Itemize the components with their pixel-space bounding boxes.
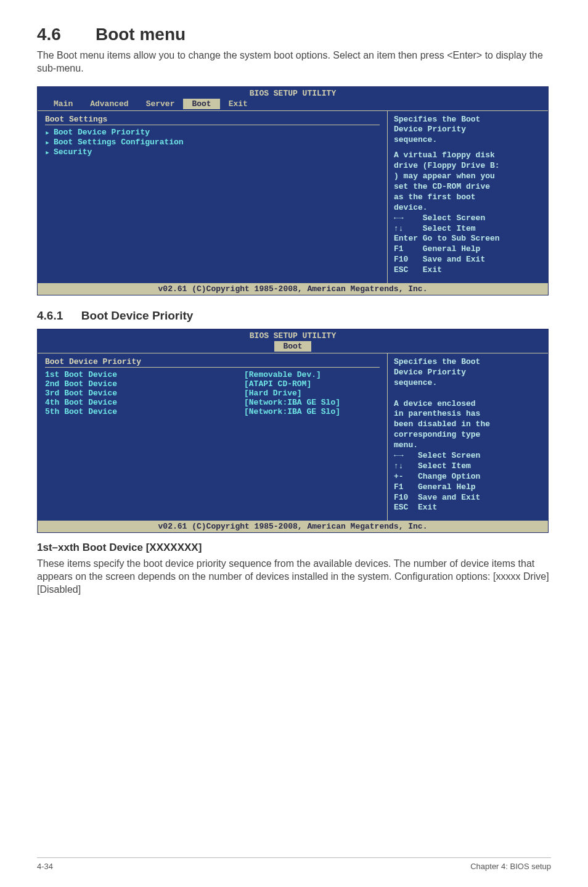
- menu-item[interactable]: ▸Boot Settings Configuration: [45, 138, 380, 147]
- bios-key-legend: ←→ Select Screen ↑↓ Select Item Enter Go…: [394, 213, 542, 276]
- tab-boot[interactable]: Boot: [274, 341, 311, 352]
- bios-pane-heading: Boot Settings: [45, 115, 380, 124]
- menu-item-label: Boot Settings Configuration: [54, 138, 380, 147]
- boot-device-label: 4th Boot Device: [45, 398, 244, 407]
- boot-device-row[interactable]: 5th Boot Device[Network:IBA GE Slo]: [45, 407, 380, 416]
- submenu-arrow-icon: ▸: [45, 128, 54, 138]
- bios-help-title: Specifies the Boot Device Priority seque…: [394, 115, 542, 146]
- menu-item-label: Security: [54, 147, 380, 157]
- bios-panel-boot-menu: BIOS SETUP UTILITY MainAdvancedServerBoo…: [37, 86, 549, 295]
- section-description: The Boot menu items allow you to change …: [37, 49, 551, 75]
- tab-server[interactable]: Server: [137, 99, 184, 109]
- boot-device-row[interactable]: 3rd Boot Device[Hard Drive]: [45, 389, 380, 398]
- bios-title: BIOS SETUP UTILITY: [38, 329, 548, 341]
- boot-device-value: [Network:IBA GE Slo]: [244, 398, 380, 407]
- menu-item[interactable]: ▸Boot Device Priority: [45, 128, 380, 138]
- bios-title: BIOS SETUP UTILITY: [38, 87, 548, 99]
- boot-device-label: 5th Boot Device: [45, 407, 244, 416]
- subsection-title: Boot Device Priority: [81, 309, 194, 322]
- boot-device-row[interactable]: 2nd Boot Device[ATAPI CD-ROM]: [45, 379, 380, 389]
- subsection-heading: 4.6.1 Boot Device Priority: [37, 309, 551, 323]
- tab-exit[interactable]: Exit: [220, 99, 256, 109]
- chapter-label: Chapter 4: BIOS setup: [470, 862, 551, 871]
- tab-advanced[interactable]: Advanced: [81, 99, 137, 109]
- boot-device-value: [Hard Drive]: [244, 389, 380, 398]
- bios-help-body: A virtual floppy disk drive (Floppy Driv…: [394, 151, 542, 213]
- subsection-number: 4.6.1: [37, 309, 63, 322]
- bios-tabbar: MainAdvancedServerBootExit: [38, 99, 548, 110]
- bios-tabbar: Boot: [38, 341, 548, 353]
- bios-key-legend: ←→ Select Screen ↑↓ Select Item +- Chang…: [394, 451, 542, 513]
- bios-help-text: Specifies the Boot Device Priority seque…: [394, 357, 542, 451]
- boot-device-row[interactable]: 4th Boot Device[Network:IBA GE Slo]: [45, 398, 380, 407]
- boot-device-value: [ATAPI CD-ROM]: [244, 379, 380, 389]
- tab-main[interactable]: Main: [45, 99, 81, 109]
- field-heading: 1st–xxth Boot Device [XXXXXXX]: [37, 542, 551, 554]
- menu-item[interactable]: ▸Security: [45, 147, 380, 157]
- bios-help-pane: Specifies the Boot Device Priority seque…: [388, 111, 548, 283]
- boot-device-label: 3rd Boot Device: [45, 389, 244, 398]
- section-heading: 4.6 Boot menu: [37, 25, 551, 44]
- submenu-arrow-icon: ▸: [45, 147, 54, 157]
- divider: [45, 367, 380, 368]
- divider: [45, 125, 380, 125]
- bios-left-pane: Boot Device Priority 1st Boot Device[Rem…: [38, 353, 388, 521]
- boot-device-value: [Removable Dev.]: [244, 370, 380, 379]
- boot-device-row[interactable]: 1st Boot Device[Removable Dev.]: [45, 370, 380, 379]
- field-description: These items specify the boot device prio…: [37, 558, 551, 596]
- bios-help-pane: Specifies the Boot Device Priority seque…: [388, 353, 548, 521]
- page-footer: 4-34 Chapter 4: BIOS setup: [37, 857, 551, 871]
- bios-pane-heading: Boot Device Priority: [45, 357, 380, 366]
- bios-left-pane: Boot Settings ▸Boot Device Priority▸Boot…: [38, 111, 388, 283]
- menu-item-label: Boot Device Priority: [54, 128, 380, 137]
- boot-device-value: [Network:IBA GE Slo]: [244, 407, 380, 416]
- bios-copyright: v02.61 (C)Copyright 1985-2008, American …: [38, 521, 548, 532]
- bios-copyright: v02.61 (C)Copyright 1985-2008, American …: [38, 283, 548, 295]
- page-number: 4-34: [37, 862, 53, 871]
- bios-panel-boot-priority: BIOS SETUP UTILITY Boot Boot Device Prio…: [37, 329, 549, 533]
- tab-boot[interactable]: Boot: [183, 99, 219, 109]
- submenu-arrow-icon: ▸: [45, 138, 54, 147]
- boot-device-label: 2nd Boot Device: [45, 379, 244, 389]
- boot-device-label: 1st Boot Device: [45, 370, 244, 379]
